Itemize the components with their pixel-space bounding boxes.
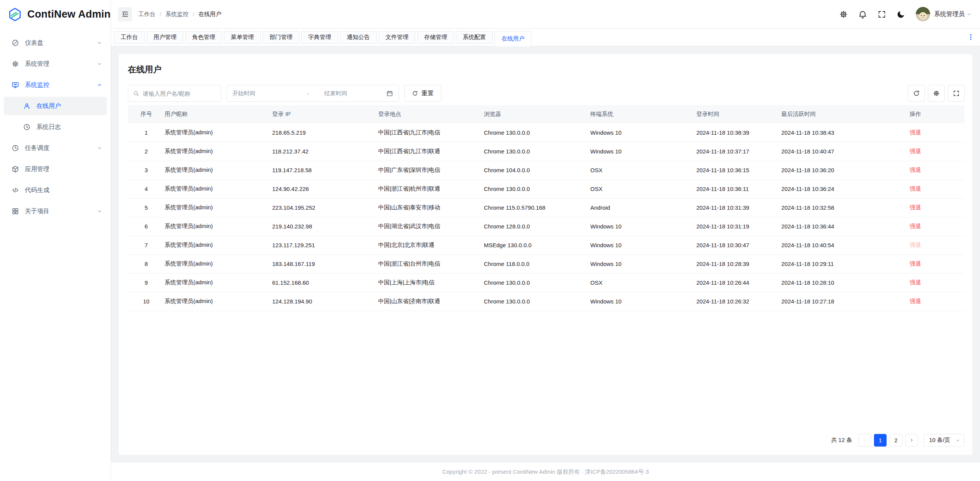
- user-name[interactable]: 系统管理员: [934, 10, 965, 18]
- pagination-page-2[interactable]: 2: [890, 434, 902, 447]
- tab-notice[interactable]: 通知公告: [340, 31, 377, 44]
- settings-icon[interactable]: [839, 10, 848, 19]
- reset-button[interactable]: 重置: [404, 85, 441, 102]
- schedule-icon: [11, 144, 19, 152]
- sidebar-item-label: 在线用户: [36, 102, 102, 110]
- tab-menu-management[interactable]: 菜单管理: [224, 31, 261, 44]
- pagination-next-button[interactable]: [905, 434, 918, 447]
- brand-name: ContiNew Admin: [27, 8, 111, 20]
- table-cell: 5: [128, 198, 165, 217]
- chevron-left-icon: [862, 438, 867, 443]
- force-logout-link[interactable]: 强退: [910, 223, 921, 229]
- notification-bell-icon[interactable]: [858, 10, 867, 19]
- force-logout-link[interactable]: 强退: [910, 166, 921, 173]
- dark-mode-moon-icon[interactable]: [897, 10, 905, 19]
- sidebar-item-online-user[interactable]: 在线用户: [4, 97, 107, 115]
- table-refresh-button[interactable]: [908, 85, 925, 102]
- table-cell: Chrome 130.0.0.0: [484, 292, 590, 311]
- table-cell: 2024-11-18 10:28:39: [696, 254, 781, 273]
- sidebar-collapse-button[interactable]: [118, 7, 132, 21]
- table-row: 6系统管理员(admin)219.140.232.98中国|湖北省|武汉市|电信…: [128, 217, 965, 236]
- refresh-icon: [913, 90, 920, 97]
- table-cell: Windows 10: [590, 123, 696, 142]
- tab-role-management[interactable]: 角色管理: [185, 31, 222, 44]
- breadcrumb-item-system-monitor[interactable]: 系统监控: [165, 11, 188, 18]
- breadcrumb-item-workbench[interactable]: 工作台: [138, 11, 155, 18]
- table-cell-action: 强退: [910, 123, 965, 142]
- force-logout-link[interactable]: 强退: [910, 298, 921, 304]
- tab-dept-management[interactable]: 部门管理: [263, 31, 299, 44]
- force-logout-link[interactable]: 强退: [910, 260, 921, 267]
- table-cell: 124.128.194.90: [272, 292, 378, 311]
- table-cell: 中国|湖北省|武汉市|电信: [378, 217, 484, 236]
- copyright-text: Copyright © 2022 - present ContiNew Admi…: [442, 468, 649, 476]
- table-row: 3系统管理员(admin)119.147.218.58中国|广东省|深圳市|电信…: [128, 161, 965, 179]
- sidebar-item-label: 系统监控: [25, 81, 97, 89]
- code-icon: [11, 186, 19, 194]
- force-logout-link[interactable]: 强退: [910, 148, 921, 154]
- force-logout-link[interactable]: 强退: [910, 279, 921, 285]
- table-cell: Android: [590, 198, 696, 217]
- table-cell: 中国|广东省|深圳市|电信: [378, 161, 484, 179]
- tab-online-user[interactable]: 在线用户: [495, 31, 531, 46]
- sidebar-item-dashboard[interactable]: 仪表盘: [4, 34, 107, 52]
- pagination-page-1[interactable]: 1: [874, 434, 887, 447]
- tab-bar: 工作台用户管理角色管理菜单管理部门管理字典管理通知公告文件管理存储管理系统配置在…: [111, 29, 980, 46]
- date-range-picker[interactable]: 开始时间 - 结束时间: [227, 85, 399, 102]
- table-cell: Chrome 130.0.0.0: [484, 273, 590, 292]
- brand-logo[interactable]: ContiNew Admin: [0, 0, 111, 29]
- chevron-down-icon: [97, 40, 102, 46]
- table-settings-button[interactable]: [928, 85, 945, 102]
- sidebar-item-system-monitor[interactable]: 系统监控: [4, 76, 107, 94]
- table-cell: 2024-11-18 10:36:44: [781, 217, 910, 236]
- page-size-select[interactable]: 10 条/页: [923, 434, 965, 447]
- table-fullscreen-button[interactable]: [948, 85, 965, 102]
- table-cell: Chrome 130.0.0.0: [484, 123, 590, 142]
- tab-system-config[interactable]: 系统配置: [456, 31, 493, 44]
- sidebar-item-job-schedule[interactable]: 任务调度: [4, 139, 107, 157]
- table-cell-action: 强退: [910, 142, 965, 161]
- sidebar-item-label: 应用管理: [25, 165, 102, 173]
- table-cell: 61.152.168.60: [272, 273, 378, 292]
- tab-user-management[interactable]: 用户管理: [147, 31, 183, 44]
- tab-workbench[interactable]: 工作台: [114, 31, 145, 44]
- table-cell: Chrome 115.0.5790.168: [484, 198, 590, 217]
- table-row: 8系统管理员(admin)183.148.167.119中国|浙江省|台州市|电…: [128, 254, 965, 273]
- reset-button-label: 重置: [421, 90, 434, 98]
- search-input[interactable]: [143, 90, 216, 97]
- date-start-placeholder[interactable]: 开始时间: [232, 90, 307, 97]
- pagination-pages: 12: [874, 434, 902, 447]
- table-cell: 2024-11-18 10:38:43: [781, 123, 910, 142]
- table-cell: 2024-11-18 10:36:11: [696, 179, 781, 198]
- avatar[interactable]: [916, 7, 930, 21]
- sidebar-item-system-management[interactable]: 系统管理: [4, 55, 107, 73]
- column-header: 登录时间: [696, 105, 781, 123]
- table-cell: 3: [128, 161, 165, 179]
- tab-storage-management[interactable]: 存储管理: [417, 31, 454, 44]
- column-header: 登录地点: [378, 105, 484, 123]
- tab-dict-management[interactable]: 字典管理: [301, 31, 338, 44]
- sidebar-item-about-project[interactable]: 关于项目: [4, 202, 107, 220]
- chevron-down-icon: [967, 12, 972, 17]
- table-cell: 119.147.218.58: [272, 161, 378, 179]
- online-users-card: 在线用户 开始时间 - 结束时间 重置: [119, 54, 972, 455]
- pagination-prev-button[interactable]: [858, 434, 871, 447]
- fullscreen-icon[interactable]: [877, 10, 886, 19]
- sidebar-item-label: 任务调度: [25, 144, 97, 152]
- sidebar-item-code-generation[interactable]: 代码生成: [4, 181, 107, 199]
- sidebar-item-system-log[interactable]: 系统日志: [4, 118, 107, 136]
- table-cell: 中国|江西省|九江市|电信: [378, 123, 484, 142]
- force-logout-link[interactable]: 强退: [910, 129, 921, 135]
- table-cell: 219.140.232.98: [272, 217, 378, 236]
- table-cell: 系统管理员(admin): [165, 217, 272, 236]
- force-logout-link[interactable]: 强退: [910, 241, 921, 248]
- page-size-value: 10 条/页: [929, 437, 950, 444]
- date-end-placeholder[interactable]: 结束时间: [324, 90, 386, 97]
- table-cell: 223.104.195.252: [272, 198, 378, 217]
- force-logout-link[interactable]: 强退: [910, 185, 921, 192]
- tab-file-management[interactable]: 文件管理: [379, 31, 415, 44]
- sidebar-item-label: 代码生成: [25, 186, 102, 194]
- tab-more-dots-icon[interactable]: [967, 33, 975, 42]
- force-logout-link[interactable]: 强退: [910, 204, 921, 210]
- sidebar-item-app-management[interactable]: 应用管理: [4, 160, 107, 178]
